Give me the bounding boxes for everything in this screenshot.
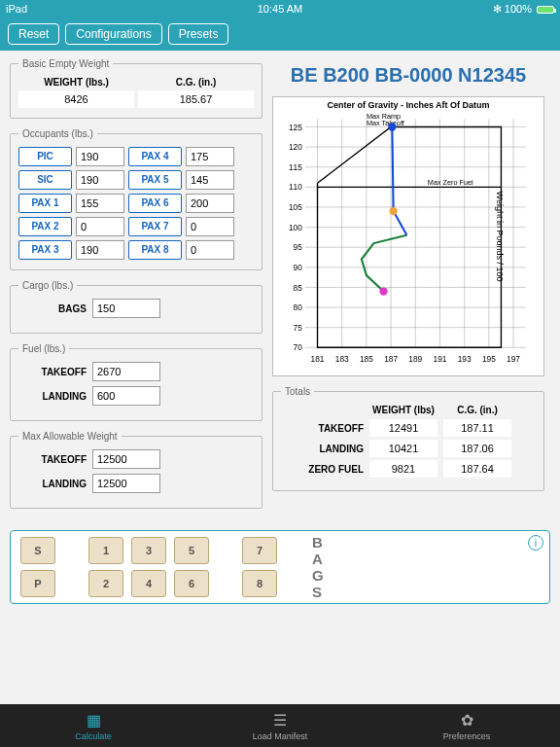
grid-icon: ▦ (87, 711, 101, 729)
occ-input-PAX 6[interactable] (186, 194, 234, 213)
svg-text:90: 90 (294, 263, 303, 272)
svg-text:193: 193 (458, 354, 472, 364)
totals-weight-TAKEOFF: 12491 (369, 419, 438, 437)
occ-label-PAX 4[interactable]: PAX 4 (128, 147, 182, 166)
totals-cg-header: C.G. (in.) (443, 405, 511, 415)
occ-label-PAX 5[interactable]: PAX 5 (128, 170, 182, 190)
maxw-takeoff-input[interactable] (92, 449, 160, 469)
svg-text:95: 95 (294, 242, 303, 252)
occ-input-PAX 7[interactable] (186, 217, 234, 236)
svg-text:185: 185 (360, 354, 373, 364)
totals-label-TAKEOFF: TAKEOFF (281, 423, 364, 434)
status-time: 10:45 AM (189, 3, 371, 15)
fuel-takeoff-input[interactable] (92, 362, 160, 381)
seat-7[interactable]: 7 (242, 537, 277, 564)
cargo-legend: Cargo (lbs.) (18, 280, 77, 291)
seat-1[interactable]: 1 (88, 537, 123, 564)
totals-weight-header: WEIGHT (lbs) (369, 405, 438, 415)
svg-point-48 (388, 123, 396, 130)
occ-input-PAX 4[interactable] (186, 147, 234, 166)
presets-button[interactable]: Presets (168, 23, 229, 45)
seat-s[interactable]: S (20, 537, 55, 564)
occ-label-SIC[interactable]: SIC (18, 170, 72, 190)
seat-5[interactable]: 5 (174, 537, 209, 564)
reset-button[interactable]: Reset (8, 23, 59, 45)
totals-cg-TAKEOFF: 187.11 (443, 419, 511, 437)
occ-label-PAX 6[interactable]: PAX 6 (128, 194, 182, 213)
seat-3[interactable]: 3 (131, 537, 166, 564)
seat-2[interactable]: 2 (88, 570, 123, 597)
svg-point-46 (379, 287, 387, 295)
svg-text:187: 187 (384, 354, 398, 364)
occ-input-PAX 8[interactable] (186, 240, 234, 260)
svg-text:191: 191 (434, 354, 447, 364)
svg-text:120: 120 (289, 142, 302, 152)
bew-weight-header: WEIGHT (lbs.) (18, 77, 134, 88)
svg-text:85: 85 (294, 283, 303, 293)
aircraft-title: BE B200 BB-0000 N12345 (272, 64, 544, 87)
occ-label-PAX 2[interactable]: PAX 2 (18, 217, 72, 236)
fuel-legend: Fuel (lbs.) (18, 343, 69, 354)
occ-input-PAX 3[interactable] (76, 240, 124, 260)
svg-text:195: 195 (482, 354, 496, 364)
occ-label-PAX 3[interactable]: PAX 3 (18, 240, 72, 260)
maxw-takeoff-label: TAKEOFF (18, 454, 87, 465)
bew-cg-value: 185.67 (138, 90, 254, 108)
occ-input-PIC[interactable] (76, 147, 124, 166)
totals-weight-LANDING: 10421 (369, 440, 438, 457)
max-weight-group: Max Allowable Weight TAKEOFF LANDING (10, 431, 262, 509)
seat-8[interactable]: 8 (242, 570, 277, 597)
totals-label-LANDING: LANDING (281, 444, 364, 454)
tab-calculate[interactable]: ▦ Calculate (0, 704, 187, 747)
bags-area-label: BAGS (312, 534, 328, 600)
svg-text:70: 70 (294, 342, 303, 352)
svg-text:Max Takeoff: Max Takeoff (367, 119, 405, 127)
occupants-legend: Occupants (lbs.) (18, 128, 97, 139)
svg-text:Max Zero Fuel: Max Zero Fuel (428, 178, 473, 187)
svg-point-47 (389, 207, 397, 215)
cargo-group: Cargo (lbs.) BAGS (10, 280, 262, 334)
gear-icon: ✿ (461, 711, 473, 729)
status-right: ✻ 100% (371, 3, 554, 16)
tab-load-manifest[interactable]: ☰ Load Manifest (187, 704, 373, 747)
occ-input-PAX 5[interactable] (186, 170, 234, 190)
occ-input-SIC[interactable] (76, 170, 124, 190)
totals-cg-ZERO FUEL: 187.64 (443, 460, 511, 478)
battery-icon (537, 6, 554, 14)
seat-4[interactable]: 4 (131, 570, 166, 597)
basic-empty-weight-group: Basic Empty Weight WEIGHT (lbs.) C.G. (i… (10, 58, 262, 119)
maxw-landing-label: LANDING (18, 479, 87, 489)
bew-weight-value: 8426 (18, 90, 134, 108)
tab-bar: ▦ Calculate ☰ Load Manifest ✿ Preference… (0, 704, 560, 747)
seat-map: S P 1 2 3 4 5 6 7 8 BAGS i (10, 530, 550, 604)
totals-label-ZERO FUEL: ZERO FUEL (281, 464, 364, 475)
info-icon[interactable]: i (528, 535, 543, 551)
seat-p[interactable]: P (20, 570, 55, 597)
bags-input[interactable] (92, 299, 160, 318)
configurations-button[interactable]: Configurations (65, 23, 161, 45)
totals-weight-ZERO FUEL: 9821 (369, 460, 438, 478)
occ-label-PAX 8[interactable]: PAX 8 (128, 240, 182, 260)
svg-text:105: 105 (289, 202, 302, 212)
totals-group: Totals WEIGHT (lbs) C.G. (in.) TAKEOFF 1… (272, 386, 544, 491)
occ-label-PAX 1[interactable]: PAX 1 (18, 194, 72, 213)
list-icon: ☰ (273, 711, 287, 729)
bluetooth-icon: ✻ (493, 3, 502, 15)
occ-input-PAX 2[interactable] (76, 217, 124, 236)
fuel-landing-input[interactable] (92, 386, 160, 406)
bags-label: BAGS (18, 303, 87, 314)
occ-label-PAX 7[interactable]: PAX 7 (128, 217, 182, 236)
svg-text:80: 80 (294, 302, 303, 312)
seat-6[interactable]: 6 (174, 570, 209, 597)
occ-input-PAX 1[interactable] (76, 194, 124, 213)
fuel-group: Fuel (lbs.) TAKEOFF LANDING (10, 343, 262, 421)
occ-label-PIC[interactable]: PIC (18, 147, 72, 166)
fuel-takeoff-label: TAKEOFF (18, 367, 87, 377)
occupants-group: Occupants (lbs.) PIC PAX 4 SIC PAX 5 PAX… (10, 128, 262, 270)
svg-text:75: 75 (294, 323, 303, 333)
svg-text:115: 115 (289, 162, 302, 172)
tab-preferences[interactable]: ✿ Preferences (373, 704, 560, 747)
totals-legend: Totals (281, 386, 314, 397)
status-device: iPad (6, 3, 189, 15)
maxw-landing-input[interactable] (92, 474, 160, 493)
